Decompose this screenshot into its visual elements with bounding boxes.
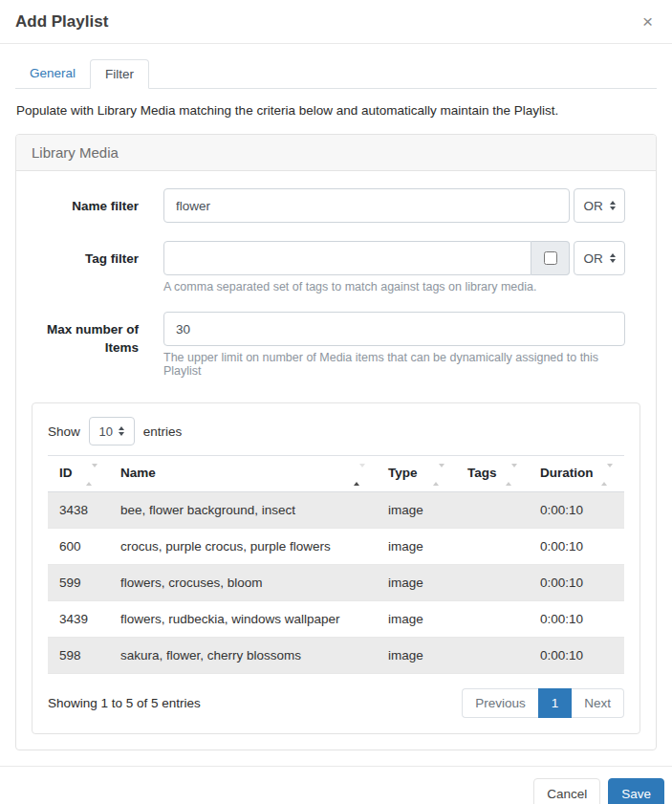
modal-footer: Cancel Save [0,766,672,804]
name-filter-input[interactable] [163,188,570,223]
pagination-previous[interactable]: Previous [462,688,538,718]
tab-general[interactable]: General [15,59,90,89]
library-media-card: Library Media Name filter OR [15,134,657,750]
cell-type: image [377,565,456,601]
max-items-input[interactable] [163,312,625,346]
pagination-next[interactable]: Next [572,688,624,718]
name-filter-operator-value: OR [583,199,602,213]
cell-tags [456,529,529,565]
modal-title: Add Playlist [15,12,108,32]
tag-filter-label: Tag filter [32,241,139,293]
modal-body: General Filter Populate with Library Med… [0,44,672,766]
cell-name: flowers, rudbeckia, windows wallpaper [109,601,377,638]
cell-duration: 0:00:10 [529,638,624,674]
pagination: Previous 1 Next [462,688,624,718]
cell-tags [456,492,529,529]
column-header-tags[interactable]: Tags [456,456,529,492]
cell-id: 598 [48,638,109,674]
library-media-header: Library Media [16,135,656,171]
save-button[interactable]: Save [608,778,664,804]
sort-icon [86,467,98,482]
cell-type: image [377,492,456,529]
sort-icon [601,467,613,482]
cell-type: image [377,601,456,638]
column-header-id[interactable]: ID [48,456,109,492]
table-row: 600 crocus, purple crocus, purple flower… [48,529,624,565]
table-row: 599 flowers, crocuses, bloom image 0:00:… [48,565,624,601]
entries-label: entries [143,424,183,439]
tag-filter-row: Tag filter OR A comma sepa [32,241,640,293]
table-row: 598 sakura, flower, cherry blossoms imag… [48,638,624,674]
cell-duration: 0:00:10 [529,529,624,565]
name-filter-field: OR [163,188,625,223]
tag-filter-field: OR A comma separated set of tags to matc… [163,241,625,293]
cell-name: bee, flower background, insect [109,492,377,529]
table-footer: Showing 1 to 5 of 5 entries Previous 1 N… [48,688,624,718]
tag-filter-operator-value: OR [583,251,602,266]
table-row: 3438 bee, flower background, insect imag… [48,492,624,529]
pagination-page-1[interactable]: 1 [538,688,573,718]
media-table-header-row: ID Name Type [48,456,624,492]
select-caret-icon [119,426,124,436]
close-icon[interactable]: × [639,11,657,33]
cell-duration: 0:00:10 [529,492,624,529]
cell-id: 3438 [48,492,109,529]
cell-duration: 0:00:10 [529,565,624,601]
add-playlist-modal: Add Playlist × General Filter Populate w… [0,0,672,804]
cancel-button[interactable]: Cancel [533,778,600,804]
cell-id: 3439 [48,601,109,638]
library-media-body: Name filter OR Tag filter [16,171,656,750]
tab-bar: General Filter [15,59,657,89]
name-filter-row: Name filter OR [32,188,640,223]
sort-icon [433,467,444,482]
table-info: Showing 1 to 5 of 5 entries [48,696,201,710]
page-length-value: 10 [99,424,113,439]
tag-exact-match-addon [531,241,570,275]
sort-asc-icon [354,467,365,482]
sort-icon [506,467,517,482]
tag-filter-help: A comma separated set of tags to match a… [163,280,625,293]
tab-filter[interactable]: Filter [90,59,149,89]
cell-tags [456,565,529,601]
cell-type: image [377,638,456,674]
cell-name: flowers, crocuses, bloom [109,565,377,601]
name-filter-operator-select[interactable]: OR [574,188,625,223]
cell-duration: 0:00:10 [529,601,624,638]
cell-name: crocus, purple crocus, purple flowers [109,529,377,565]
table-length-control: Show 10 entries [48,417,624,445]
select-caret-icon [610,253,616,263]
column-header-type[interactable]: Type [377,456,456,492]
filter-description: Populate with Library Media matching the… [16,103,656,118]
tag-exact-match-checkbox[interactable] [544,251,557,265]
modal-header: Add Playlist × [0,0,672,44]
tag-filter-input[interactable] [163,241,531,275]
name-filter-label: Name filter [32,188,139,223]
max-items-row: Max number of Items The upper limit on n… [32,312,640,378]
cell-name: sakura, flower, cherry blossoms [109,638,377,674]
column-header-duration[interactable]: Duration [529,456,624,492]
tag-filter-operator-select[interactable]: OR [574,241,625,275]
cell-type: image [377,529,456,565]
select-caret-icon [610,201,616,210]
cell-id: 600 [48,529,109,565]
table-row: 3439 flowers, rudbeckia, windows wallpap… [48,601,624,638]
cell-tags [456,638,529,674]
max-items-help: The upper limit on number of Media items… [163,351,625,378]
media-table-card: Show 10 entries ID [32,402,640,734]
show-label: Show [48,424,80,439]
cell-id: 599 [48,565,109,601]
max-items-label: Max number of Items [32,312,139,378]
max-items-field: The upper limit on number of Media items… [163,312,625,378]
cell-tags [456,601,529,638]
media-table: ID Name Type [48,455,624,674]
column-header-name[interactable]: Name [109,456,377,492]
page-length-select[interactable]: 10 [89,417,135,445]
